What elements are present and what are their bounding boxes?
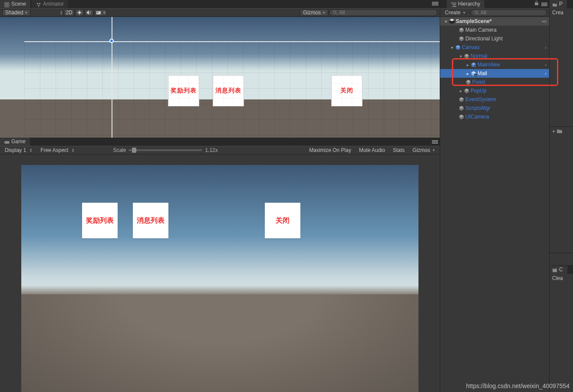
gizmos-dropdown[interactable]: Gizmos <box>300 9 328 16</box>
lighting-toggle[interactable] <box>75 9 84 16</box>
gameobject-icon <box>458 105 464 111</box>
rect-outline-left <box>112 17 112 138</box>
scene-search[interactable]: All <box>329 9 438 16</box>
expand-icon[interactable]: ▸ <box>465 71 470 76</box>
item-normal[interactable]: ▾ Normal <box>440 52 549 60</box>
display-dropdown[interactable]: Display 1 <box>2 147 35 154</box>
svg-point-11 <box>78 11 81 14</box>
panel-menu-icon[interactable] <box>432 1 438 7</box>
scene-toolbar: Shaded 2D Gizmos All <box>0 8 440 17</box>
prefab-override-icon: + <box>471 62 477 68</box>
aspect-dropdown[interactable]: Free Aspect <box>38 147 77 154</box>
item-main-camera[interactable]: Main Camera <box>440 26 549 34</box>
svg-rect-24 <box>452 4 456 5</box>
svg-rect-23 <box>451 3 456 3</box>
audio-toggle[interactable] <box>85 9 93 16</box>
scale-value: 1.12x <box>205 147 217 153</box>
game-panel-menu-icon[interactable] <box>432 139 438 145</box>
hierarchy-search-placeholder: All <box>481 10 486 16</box>
hierarchy-tabbar: Hierarchy <box>440 0 549 8</box>
search-icon <box>474 10 479 15</box>
item-mainview[interactable]: ▸ + MainView › <box>440 60 549 69</box>
item-uicamera[interactable]: UICamera <box>440 112 549 121</box>
item-scriptsmgr[interactable]: ScriptsMgr <box>440 104 549 112</box>
tab-game[interactable]: Game <box>0 138 30 146</box>
right-create-button[interactable]: Crea <box>550 8 573 17</box>
item-canvas[interactable]: ▾ Canvas › <box>440 43 549 52</box>
scene-card-message[interactable]: 消息列表 <box>213 76 244 106</box>
svg-rect-16 <box>96 11 101 14</box>
tab-animator-label: Animator <box>43 0 64 8</box>
shaded-sort-icon[interactable] <box>58 10 63 16</box>
tab-hierarchy-label: Hierarchy <box>458 0 480 8</box>
chevron-right-icon[interactable]: › <box>545 71 547 76</box>
item-mail[interactable]: ▸ + Mail › <box>440 69 549 78</box>
game-card-message[interactable]: 消息列表 <box>133 203 168 238</box>
hierarchy-search[interactable]: All <box>471 9 547 16</box>
item-eventsystem[interactable]: EventSystem <box>440 95 549 104</box>
svg-line-19 <box>336 13 337 15</box>
rect-outline-top <box>24 41 440 42</box>
scene-viewport[interactable]: 奖励列表 消息列表 关闭 <box>0 17 440 138</box>
item-popup[interactable]: ▸ PopUp <box>440 86 549 95</box>
scene-card-reward[interactable]: 奖励列表 <box>168 76 199 106</box>
svg-rect-9 <box>432 3 438 4</box>
tab-animator[interactable]: Animator <box>32 0 68 8</box>
expand-icon[interactable]: ▾ <box>450 45 454 50</box>
svg-line-31 <box>478 13 479 15</box>
scene-card-close[interactable]: 关闭 <box>332 76 362 106</box>
item-fixed[interactable]: Fixed <box>440 78 549 86</box>
right-expand[interactable]: ▾ <box>550 127 573 135</box>
svg-rect-10 <box>432 5 438 6</box>
chevron-right-icon[interactable]: › <box>545 62 547 67</box>
svg-rect-28 <box>541 4 547 5</box>
tab-console[interactable]: C <box>550 266 567 274</box>
game-card-reward[interactable]: 奖励列表 <box>82 203 118 238</box>
item-directional-light[interactable]: Directional Light <box>440 34 549 43</box>
hierarchy-tree: ▾ SampleScene* ▪≡ Main Camera Directiona… <box>440 17 549 121</box>
svg-rect-8 <box>432 2 438 3</box>
tab-project[interactable]: P <box>550 0 567 8</box>
expand-icon[interactable]: ▾ <box>444 19 448 24</box>
svg-point-30 <box>475 11 478 13</box>
prefab-override-icon: + <box>471 70 477 76</box>
clear-button[interactable]: Clea <box>550 274 573 283</box>
context-menu-icon[interactable]: ▪≡ <box>542 19 547 24</box>
svg-rect-0 <box>5 3 9 7</box>
scene-icon <box>4 2 10 7</box>
svg-point-17 <box>97 12 98 13</box>
scene-name: SampleScene* <box>456 18 492 24</box>
svg-rect-27 <box>541 3 547 3</box>
svg-rect-26 <box>535 3 538 5</box>
scale-slider[interactable] <box>128 149 202 151</box>
hierarchy-panel-menu-icon[interactable] <box>541 2 548 7</box>
svg-text:+: + <box>475 74 476 76</box>
expand-icon[interactable]: ▸ <box>458 89 463 93</box>
svg-rect-20 <box>432 140 438 141</box>
animator-icon <box>36 2 41 7</box>
game-viewport[interactable]: 奖励列表 消息列表 关闭 <box>0 155 440 392</box>
game-gizmos-dropdown[interactable]: Gizmos <box>410 147 438 154</box>
mute-audio-toggle[interactable]: Mute Audio <box>356 147 388 154</box>
scene-root[interactable]: ▾ SampleScene* ▪≡ <box>440 17 549 26</box>
expand-icon[interactable]: ▾ <box>458 54 463 59</box>
game-card-close[interactable]: 关闭 <box>265 203 300 238</box>
scene-tabbar: Scene Animator <box>0 0 440 8</box>
chevron-right-icon[interactable]: › <box>545 45 547 50</box>
stats-toggle[interactable]: Stats <box>390 147 407 154</box>
watermark: https://blog.csdn.net/weixin_40097554 <box>466 382 570 389</box>
rect-handle[interactable] <box>109 39 114 43</box>
shaded-dropdown[interactable]: Shaded <box>2 9 30 16</box>
svg-rect-21 <box>432 142 438 142</box>
lock-icon[interactable] <box>534 0 539 7</box>
tab-scene[interactable]: Scene <box>0 0 30 8</box>
create-dropdown[interactable]: Create <box>442 9 468 16</box>
maximize-on-play-toggle[interactable]: Maximize On Play <box>306 147 354 154</box>
tab-hierarchy[interactable]: Hierarchy <box>447 0 484 8</box>
unity-logo-icon <box>449 18 455 24</box>
game-toolbar: Display 1 Free Aspect Scale 1.12x Maximi… <box>0 146 440 155</box>
fx-dropdown[interactable] <box>94 9 107 16</box>
expand-icon[interactable]: ▸ <box>465 63 470 67</box>
gameobject-icon <box>458 36 464 42</box>
mode-2d-button[interactable]: 2D <box>64 9 74 16</box>
